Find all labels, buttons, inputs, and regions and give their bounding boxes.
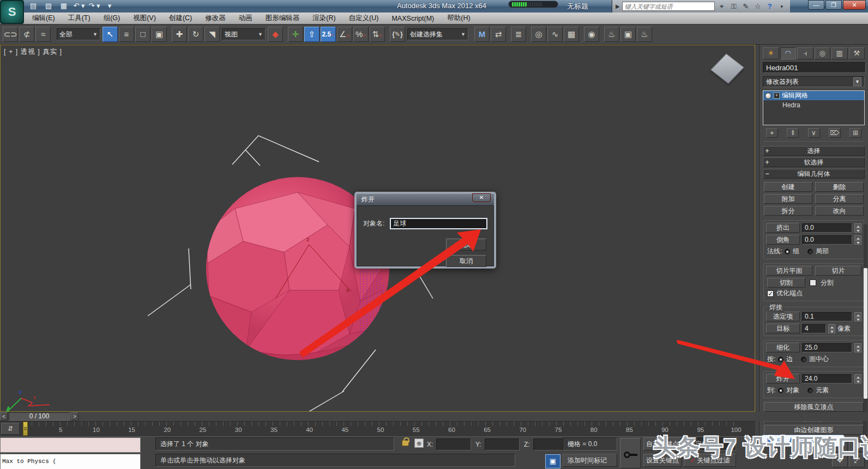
float-icon-3[interactable]: ♟	[788, 435, 794, 446]
maxscript-mini-listener[interactable]: Max to Physcs (	[0, 454, 141, 469]
bevel-spinner[interactable]	[854, 235, 861, 245]
weld-selected-spinner[interactable]	[854, 312, 861, 321]
float-icon-2[interactable]: 中	[777, 435, 784, 446]
set-key-button[interactable]: 设置关键点	[643, 454, 682, 467]
align-icon[interactable]: ⇄	[491, 27, 506, 42]
tessellate-spinner[interactable]	[854, 343, 861, 352]
bevel-button[interactable]: 倒角	[766, 235, 800, 245]
auto-key-button[interactable]: 自动关键点	[643, 437, 682, 450]
graphite-ribbon-icon[interactable]: ◎	[531, 27, 546, 42]
next-frame-button[interactable]: >	[71, 412, 79, 421]
weld-target-value[interactable]: 4	[802, 324, 826, 333]
normals-local-radio[interactable]	[807, 249, 813, 254]
zoom-all-icon[interactable]: ▦	[849, 438, 865, 452]
add-time-tag-button[interactable]: 添加时间标记	[563, 454, 617, 467]
detach-button[interactable]: 分离	[815, 194, 864, 204]
select-and-scale-icon[interactable]: ◥	[204, 27, 220, 42]
panel-scrollbar[interactable]	[864, 224, 867, 469]
dropdown-caret-icon[interactable]: ▼	[853, 77, 861, 86]
create-button[interactable]: 创建	[764, 182, 812, 192]
undo-icon[interactable]: ↶ ▾	[73, 1, 85, 11]
x-coordinate-field[interactable]	[436, 438, 471, 450]
divide-button[interactable]: 拆分	[764, 206, 812, 216]
rectangular-selection-icon[interactable]: □	[135, 27, 150, 42]
explode-value[interactable]: 24.0	[802, 374, 852, 383]
select-object-icon[interactable]: ↖	[103, 27, 118, 42]
by-edge-radio[interactable]	[778, 357, 783, 362]
layer-manager-icon[interactable]: ≣	[511, 27, 526, 42]
configure-modifier-sets-icon[interactable]: ⊞	[849, 128, 861, 138]
stack-item-hedra[interactable]: Hedra	[763, 100, 864, 109]
save-file-icon[interactable]: ▦	[58, 1, 70, 11]
minimize-button[interactable]: —	[808, 0, 824, 10]
to-object-radio[interactable]	[778, 388, 783, 393]
menu-item[interactable]: 图形编辑器	[260, 13, 306, 24]
rollout-selection[interactable]: +选择	[763, 146, 865, 156]
reference-coordinate-dropdown[interactable]: 视图▼	[222, 28, 266, 40]
weld-selected-button[interactable]: 选定项	[766, 312, 800, 321]
select-by-name-icon[interactable]: ≡	[119, 27, 134, 42]
window-crossing-icon[interactable]: ▣	[152, 27, 167, 42]
tab-hierarchy-icon[interactable]: ⫞	[797, 47, 813, 59]
close-button[interactable]: ✕	[843, 0, 866, 10]
slice-button[interactable]: 切片	[815, 266, 861, 276]
selection-lock-icon[interactable]	[402, 440, 409, 446]
spinner-snap-icon[interactable]: ⇅∩	[370, 27, 385, 42]
dialog-title-bar[interactable]: 炸开 ✕	[357, 194, 494, 206]
ok-button[interactable]: 确定	[446, 239, 486, 251]
set-keys-button[interactable]	[620, 438, 641, 468]
tab-display-icon[interactable]: ▥	[831, 47, 848, 59]
unlink-selection-icon[interactable]: ⊄	[19, 27, 34, 42]
new-file-icon[interactable]: ▤	[27, 1, 39, 11]
object-name-field[interactable]	[763, 62, 866, 73]
time-slider[interactable]: 0 / 100	[9, 412, 70, 421]
menu-item[interactable]: 创建(C)	[163, 13, 198, 24]
expand-icon[interactable]: +	[774, 93, 780, 99]
make-unique-icon[interactable]: ∨	[808, 128, 820, 138]
to-element-radio[interactable]	[807, 388, 813, 393]
snap-toggle-25-icon[interactable]: 2.5∩	[321, 27, 336, 42]
rendered-frame-window-icon[interactable]: ▣	[620, 27, 636, 42]
prev-frame-button[interactable]: <	[0, 412, 8, 421]
rollout-soft-selection[interactable]: +软选择	[763, 157, 865, 167]
show-end-result-icon[interactable]: ‖	[787, 128, 799, 138]
normals-group-radio[interactable]	[785, 249, 790, 254]
tab-modify-icon[interactable]: ◠	[780, 47, 797, 59]
toolbar-overflow-icon[interactable]: ▾	[104, 1, 116, 11]
curve-editor-icon[interactable]: ∿	[547, 27, 563, 42]
menu-item[interactable]: 组(G)	[98, 13, 126, 24]
restore-button[interactable]: ❐	[825, 0, 842, 10]
tab-create-icon[interactable]: ☀	[763, 47, 779, 59]
search-input[interactable]	[622, 2, 715, 11]
floating-caption-toolbar[interactable]: ▣ 中 ♟ ▦ ⚒	[762, 435, 845, 447]
attach-button[interactable]: 附加	[764, 194, 812, 204]
tessellate-button[interactable]: 细化	[766, 343, 800, 352]
explode-button[interactable]: 炸开	[766, 374, 800, 383]
pan-icon[interactable]: ✥	[832, 453, 848, 467]
menu-item[interactable]: 工具(T)	[62, 13, 97, 24]
menu-item[interactable]: 编辑(E)	[26, 13, 61, 24]
render-production-icon[interactable]: ♨	[637, 27, 652, 42]
redo-icon[interactable]: ↷ ▾	[88, 1, 100, 11]
menu-item[interactable]: 视图(V)	[127, 13, 162, 24]
select-and-rotate-icon[interactable]: ↻	[188, 27, 203, 42]
select-and-manipulate-icon[interactable]: ✛	[288, 27, 303, 42]
create-shape-from-edges-button[interactable]: 由边创建图形	[764, 425, 864, 435]
rollout-edit-geometry[interactable]: −编辑几何体	[763, 169, 865, 179]
menu-item[interactable]: MAXScript(M)	[385, 14, 440, 23]
weld-target-spinner[interactable]	[828, 324, 835, 333]
float-icon-5[interactable]: ⚒	[809, 435, 815, 446]
extrude-value-field[interactable]: 0.0	[802, 223, 852, 233]
remove-modifier-icon[interactable]: ⌦	[829, 128, 841, 138]
angle-snap-icon[interactable]: ∠∩	[337, 27, 352, 42]
key-filters-button[interactable]: ✓关键点过滤器...	[684, 454, 736, 467]
y-coordinate-field[interactable]	[485, 438, 520, 450]
mirror-icon[interactable]: M	[474, 27, 490, 42]
menu-item[interactable]: 渲染(R)	[306, 13, 341, 24]
selection-filter-dropdown[interactable]: 全部▼	[57, 28, 100, 40]
material-editor-icon[interactable]: ◉	[584, 27, 599, 42]
weld-target-button[interactable]: 目标	[766, 324, 800, 333]
help-icon[interactable]: ?	[765, 2, 775, 10]
turn-button[interactable]: 改向	[815, 206, 864, 216]
cancel-button[interactable]: 取消	[446, 255, 486, 267]
